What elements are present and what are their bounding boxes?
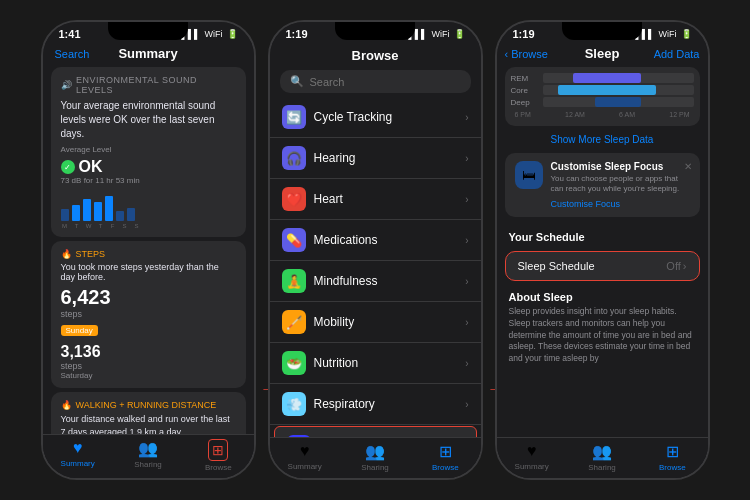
tab-sharing-icon-1: 👥 [138, 439, 158, 458]
page-title-3: Sleep [585, 46, 620, 61]
menu-item-nutrition[interactable]: 🥗 Nutrition › [270, 343, 481, 384]
customise-focus-link[interactable]: Customise Focus [551, 199, 690, 209]
menu-item-sleep[interactable]: 🛏 Sleep › [274, 426, 477, 437]
steps-icon: 🔥 [61, 249, 72, 259]
steps-desc: You took more steps yesterday than the d… [61, 262, 236, 282]
tab-sharing-3[interactable]: 👥 Sharing [567, 442, 637, 472]
tab-sharing-icon-2: 👥 [365, 442, 385, 461]
medications-chevron: › [465, 235, 468, 246]
tab-summary-2[interactable]: ♥ Summary [270, 442, 340, 472]
browse-scroll[interactable]: 🔄 Cycle Tracking › 🎧 Hearing › ❤️ Heart [270, 97, 481, 437]
hearing-label: Hearing [314, 151, 466, 165]
mindfulness-icon: 🧘 [282, 269, 306, 293]
menu-item-cycle[interactable]: 🔄 Cycle Tracking › [270, 97, 481, 138]
walk-title: 🔥 Walking + Running Distance [61, 400, 236, 410]
notch-2 [335, 22, 415, 40]
tab-summary-1[interactable]: ♥ Summary [43, 439, 113, 472]
wifi-icon-2: WiFi [432, 29, 450, 39]
tab-browse-3[interactable]: ⊞ Browse [637, 442, 707, 472]
back-button-3[interactable]: ‹ Browse [505, 48, 548, 60]
bar-4 [94, 202, 102, 222]
phone-1: 1:41 ▌▌▌ WiFi 🔋 Search Summary 🔊 Environ… [41, 20, 256, 480]
schedule-chevron: › [683, 260, 687, 272]
respiratory-chevron: › [465, 399, 468, 410]
schedule-heading: Your Schedule [509, 231, 585, 243]
deep-label: Deep [511, 98, 539, 107]
tab-sharing-label-2: Sharing [361, 463, 389, 472]
chart-labels: M T W T F S S [61, 223, 236, 229]
sleep-row-deep: Deep [511, 97, 694, 107]
bar-5 [105, 196, 113, 222]
status-icons-3: ▌▌▌ WiFi 🔋 [635, 29, 691, 39]
tab-summary-icon-1: ♥ [73, 439, 83, 457]
tab-browse-1[interactable]: ⊞ Browse [183, 439, 253, 472]
status-icons-2: ▌▌▌ WiFi 🔋 [408, 29, 464, 39]
sleep-schedule-label: Sleep Schedule [518, 260, 595, 272]
notification-close[interactable]: ✕ [684, 161, 692, 172]
notif-title: Customise Sleep Focus [551, 161, 690, 172]
sound-card-title: 🔊 Environmental Sound Levels [61, 75, 236, 95]
menu-item-heart[interactable]: ❤️ Heart › [270, 179, 481, 220]
sleep-time-labels: 6 PM 12 AM 6 AM 12 PM [511, 109, 694, 120]
ok-check: ✓ [61, 160, 75, 174]
sleep-schedule-row[interactable]: Sleep Schedule Off › [505, 251, 700, 281]
sleep-focus-icon: 🛏 [515, 161, 543, 189]
tab-browse-2[interactable]: ⊞ Browse [410, 442, 480, 472]
menu-item-mobility[interactable]: 🦯 Mobility › [270, 302, 481, 343]
phone1-header: Search Summary [43, 42, 254, 63]
page-title-2: Browse [352, 48, 399, 63]
nutrition-icon: 🥗 [282, 351, 306, 375]
core-bar [558, 85, 656, 95]
respiratory-label: Respiratory [314, 397, 466, 411]
cycle-icon: 🔄 [282, 105, 306, 129]
steps-card: 🔥 Steps You took more steps yesterday th… [51, 241, 246, 388]
day-badge-1: Sunday [61, 325, 98, 336]
mobility-label: Mobility [314, 315, 466, 329]
cycle-label: Cycle Tracking [314, 110, 466, 124]
sound-body: Your average environmental sound levels … [61, 99, 236, 141]
medications-label: Medications [314, 233, 466, 247]
sleep-schedule-value: Off › [666, 260, 686, 272]
search-bar-2[interactable]: 🔍 [280, 70, 471, 93]
tab-sharing-1[interactable]: 👥 Sharing [113, 439, 183, 472]
respiratory-icon: 💨 [282, 392, 306, 416]
menu-item-mindfulness[interactable]: 🧘 Mindfulness › [270, 261, 481, 302]
phone3-header: ‹ Browse Sleep Add Data [497, 42, 708, 63]
tab-browse-icon-2: ⊞ [439, 442, 452, 461]
hearing-chevron: › [465, 153, 468, 164]
show-more-sleep[interactable]: Show More Sleep Data [505, 130, 700, 149]
bar-1 [61, 209, 69, 221]
battery-icon: 🔋 [227, 29, 238, 39]
back-button-1[interactable]: Search [55, 48, 90, 60]
core-label: Core [511, 86, 539, 95]
phone-3-screen: ‹ Browse Sleep Add Data REM Core [497, 42, 708, 478]
steps-count-1: 6,423 [61, 286, 236, 309]
add-data-button[interactable]: Add Data [654, 48, 700, 60]
core-bar-container [543, 85, 694, 95]
battery-icon-2: 🔋 [454, 29, 465, 39]
tab-browse-label-2: Browse [432, 463, 459, 472]
walk-icon: 🔥 [61, 400, 72, 410]
menu-item-hearing[interactable]: 🎧 Hearing › [270, 138, 481, 179]
phone2-header: Browse [270, 42, 481, 66]
tab-sharing-2[interactable]: 👥 Sharing [340, 442, 410, 472]
cycle-chevron: › [465, 112, 468, 123]
search-input-2[interactable] [310, 76, 461, 88]
notch-3 [562, 22, 642, 40]
sleep-row-core: Core [511, 85, 694, 95]
menu-item-medications[interactable]: 💊 Medications › [270, 220, 481, 261]
tab-summary-3[interactable]: ♥ Summary [497, 442, 567, 472]
wifi-icon: WiFi [205, 29, 223, 39]
nutrition-chevron: › [465, 358, 468, 369]
sleep-focus-notification: 🛏 Customise Sleep Focus You can choose p… [505, 153, 700, 217]
sleep-icon: 🛏 [287, 435, 311, 437]
bar-2 [72, 205, 80, 222]
tab-summary-icon-3: ♥ [527, 442, 537, 460]
about-section: About Sleep Sleep provides insight into … [497, 285, 708, 367]
walk-desc: Your distance walked and run over the la… [61, 413, 236, 434]
menu-item-respiratory[interactable]: 💨 Respiratory › [270, 384, 481, 425]
tab-browse-icon-1: ⊞ [212, 442, 224, 458]
steps-unit-1: steps [61, 309, 236, 319]
sleep-scroll[interactable]: REM Core Deep [497, 63, 708, 437]
summary-scroll[interactable]: 🔊 Environmental Sound Levels Your averag… [43, 63, 254, 434]
